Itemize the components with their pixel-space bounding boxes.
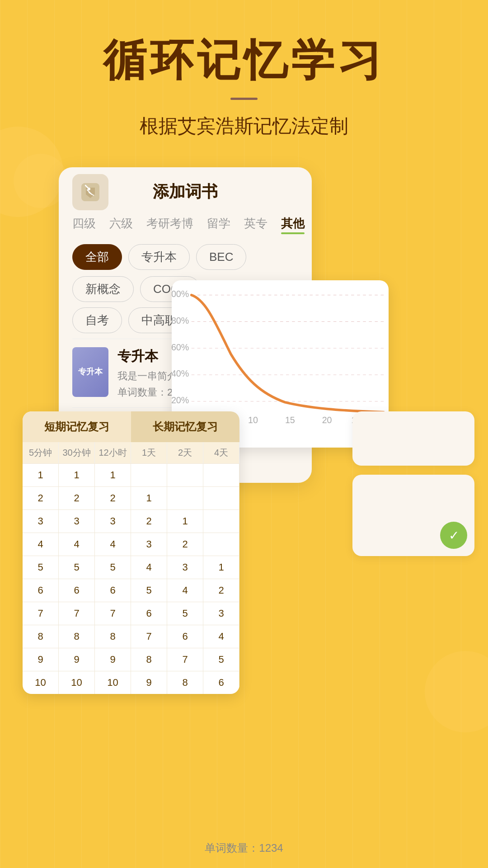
card-title: 添加词书 [153, 181, 218, 203]
table-row: 999875 [23, 648, 239, 671]
memory-table-card: 短期记忆复习 长期记忆复习 5分钟 30分钟 12小时 1天 2天 4天 111… [23, 411, 239, 694]
table-cell [203, 464, 239, 486]
hero-title: 循环记忆学习 [0, 36, 488, 84]
table-cell: 7 [167, 648, 203, 671]
svg-text:10: 10 [248, 415, 258, 425]
table-cell: 6 [167, 625, 203, 648]
filter-zhuanshengben[interactable]: 专升本 [128, 244, 190, 270]
table-cell: 1 [203, 556, 239, 579]
table-cell: 3 [131, 533, 167, 556]
table-cell [203, 487, 239, 509]
table-cell: 6 [95, 579, 131, 602]
table-cell: 8 [59, 625, 95, 648]
table-cell: 5 [95, 556, 131, 579]
table-row: 555431 [23, 556, 239, 579]
table-cell: 3 [23, 510, 59, 533]
table-cell [167, 464, 203, 486]
table-cell: 3 [203, 602, 239, 625]
table-cell: 2 [59, 487, 95, 509]
table-cell: 5 [131, 579, 167, 602]
table-cell: 7 [95, 602, 131, 625]
table-cell: 6 [131, 602, 167, 625]
table-cell: 8 [167, 671, 203, 694]
table-cell: 2 [167, 533, 203, 556]
table-row: 888764 [23, 625, 239, 648]
subheader-5min: 5分钟 [23, 442, 59, 463]
filter-xingainian[interactable]: 新概念 [72, 276, 134, 302]
table-cell: 10 [95, 671, 131, 694]
table-cell: 2 [131, 510, 167, 533]
table-cell: 4 [167, 579, 203, 602]
hero-divider [230, 98, 258, 100]
filter-zikao[interactable]: 自考 [72, 307, 122, 333]
check-icon[interactable]: ✓ [440, 522, 467, 549]
svg-text:20%: 20% [172, 395, 189, 405]
table-header-short: 短期记忆复习 [23, 411, 131, 442]
tab-qita[interactable]: 其他 [281, 216, 305, 231]
bottom-word-count: 单词数量：1234 [0, 841, 488, 855]
table-cell: 4 [59, 533, 95, 556]
tab-cisi4[interactable]: 四级 [72, 216, 96, 231]
table-cell: 10 [23, 671, 59, 694]
card-icon [72, 174, 108, 210]
table-cell [131, 464, 167, 486]
table-row: 666542 [23, 579, 239, 602]
table-row: 101010986 [23, 671, 239, 694]
table-row: 111 [23, 463, 239, 486]
table-cell: 6 [23, 579, 59, 602]
table-cell [203, 533, 239, 556]
table-cell: 8 [23, 625, 59, 648]
table-cell: 9 [131, 671, 167, 694]
subheader-12h: 12小时 [95, 442, 131, 463]
table-cell [203, 510, 239, 533]
table-cell: 1 [167, 510, 203, 533]
table-header-long: 长期记忆复习 [131, 411, 239, 442]
table-cell: 10 [59, 671, 95, 694]
svg-text:60%: 60% [172, 342, 189, 352]
card-header: 添加词书 [72, 181, 298, 203]
table-cell: 5 [59, 556, 95, 579]
svg-text:80%: 80% [172, 316, 189, 326]
table-cell: 7 [131, 625, 167, 648]
subheader-30min: 30分钟 [59, 442, 95, 463]
table-cell: 3 [167, 556, 203, 579]
table-cell: 1 [23, 464, 59, 486]
table-cell: 6 [59, 579, 95, 602]
table-cell [167, 487, 203, 509]
table-cell: 4 [23, 533, 59, 556]
table-cell: 2 [203, 579, 239, 602]
svg-text:20: 20 [322, 415, 332, 425]
table-cell: 9 [59, 648, 95, 671]
table-cell: 2 [95, 487, 131, 509]
table-cell: 5 [23, 556, 59, 579]
table-cell: 5 [167, 602, 203, 625]
table-subheader: 5分钟 30分钟 12小时 1天 2天 4天 [23, 442, 239, 463]
table-cell: 6 [203, 671, 239, 694]
table-cell: 4 [131, 556, 167, 579]
right-card-top [352, 411, 474, 466]
table-row: 777653 [23, 602, 239, 625]
table-cell: 9 [95, 648, 131, 671]
svg-text:15: 15 [285, 415, 295, 425]
filter-bec[interactable]: BEC [196, 244, 246, 270]
table-cell: 8 [131, 648, 167, 671]
table-cell: 8 [95, 625, 131, 648]
tab-cisi6[interactable]: 六级 [109, 216, 133, 231]
book-cover-1: 专升本 [72, 347, 108, 397]
filter-all[interactable]: 全部 [72, 244, 122, 270]
right-card-bottom: ✓ [352, 475, 474, 556]
tab-liuxue[interactable]: 留学 [207, 216, 230, 231]
subheader-4d: 4天 [203, 442, 239, 463]
table-cell: 2 [23, 487, 59, 509]
tab-kaoyan[interactable]: 考研考博 [146, 216, 193, 231]
svg-text:100%: 100% [172, 289, 189, 299]
table-row: 2221 [23, 486, 239, 509]
table-row: 44432 [23, 533, 239, 556]
tabs-row: 四级 六级 考研考博 留学 英专 其他 [72, 216, 298, 233]
table-row: 33321 [23, 509, 239, 533]
table-body: 1112221333214443255543166654277765388876… [23, 463, 239, 694]
table-cell: 4 [95, 533, 131, 556]
tab-yingzhuan[interactable]: 英专 [244, 216, 267, 231]
table-cell: 3 [95, 510, 131, 533]
hero-section: 循环记忆学习 根据艾宾浩斯记忆法定制 [0, 36, 488, 139]
